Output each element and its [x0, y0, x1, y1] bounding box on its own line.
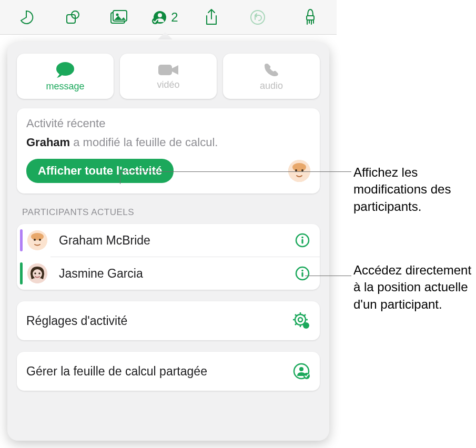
participant-info-button[interactable] [293, 231, 311, 249]
participant-avatar [27, 263, 47, 283]
participant-row[interactable]: Graham McBride [17, 224, 320, 257]
contact-audio-label: audio [260, 80, 283, 91]
svg-point-18 [34, 239, 36, 241]
svg-point-7 [152, 18, 158, 24]
activity-settings-row[interactable]: Réglages d'activité [17, 301, 320, 340]
top-toolbar: 2 [0, 0, 337, 35]
contact-video-label: vidéo [157, 79, 179, 90]
memoji-icon [288, 160, 310, 182]
gear-badge-icon [292, 312, 310, 330]
participant-name: Graham McBride [59, 233, 286, 248]
svg-rect-0 [67, 15, 75, 23]
manage-shared-label: Gérer la feuille de calcul partagée [26, 364, 207, 379]
svg-point-21 [301, 237, 303, 239]
svg-point-25 [34, 272, 36, 274]
video-icon [157, 63, 179, 77]
svg-point-19 [39, 239, 41, 241]
memoji-icon [27, 263, 47, 283]
svg-point-28 [301, 270, 303, 272]
toolbar-undo-button[interactable] [235, 3, 281, 32]
contact-message-button[interactable]: message [17, 54, 114, 99]
svg-rect-9 [307, 16, 314, 20]
toolbar-chart-button[interactable] [3, 3, 49, 32]
participant-color-bar [20, 262, 23, 284]
toolbar-shapes-button[interactable] [49, 3, 96, 32]
show-all-activity-button[interactable]: Afficher toute l'activité [26, 159, 174, 183]
participants-card: Graham McBride Jasmine Garcia [17, 224, 320, 290]
callout-connector [305, 276, 351, 276]
svg-line-38 [304, 314, 306, 316]
svg-point-13 [292, 163, 306, 171]
info-circle-icon [295, 232, 310, 248]
svg-point-17 [31, 233, 44, 240]
pie-slice-icon [18, 9, 35, 26]
activity-actor: Graham [26, 136, 70, 149]
participant-name: Jasmine Garcia [59, 267, 286, 281]
participant-info-button[interactable] [293, 264, 311, 282]
shape-icon [64, 9, 81, 26]
memoji-icon [27, 230, 47, 250]
svg-point-42 [299, 367, 303, 371]
message-bubble-icon [55, 61, 76, 79]
svg-point-39 [298, 318, 302, 322]
participant-row[interactable]: Jasmine Garcia [50, 257, 320, 290]
svg-rect-22 [301, 239, 303, 244]
recent-activity-line: Graham a modifié la feuille de calcul. [26, 136, 310, 149]
participants-section-label: PARTICIPANTS ACTUELS [22, 207, 320, 218]
undo-icon [249, 9, 266, 26]
share-icon [204, 8, 219, 26]
activity-actor-avatar [288, 160, 310, 182]
svg-point-10 [56, 62, 74, 76]
callout-activity: Affichez les modifications des participa… [353, 164, 472, 215]
participant-color-bar [20, 229, 23, 251]
contact-video-button[interactable]: vidéo [120, 54, 217, 99]
contact-message-label: message [46, 81, 84, 92]
toolbar-share-button[interactable] [188, 3, 235, 32]
svg-point-8 [251, 11, 265, 24]
svg-point-26 [38, 272, 40, 274]
callout-participant: Accédez directement à la position actuel… [353, 262, 472, 313]
media-icon [109, 9, 128, 25]
svg-line-37 [295, 323, 297, 325]
person-check-icon [292, 362, 310, 380]
info-circle-icon [295, 266, 310, 281]
svg-rect-11 [158, 65, 172, 75]
toolbar-media-button[interactable] [96, 3, 142, 32]
recent-activity-card: Activité récente Graham a modifié la feu… [17, 108, 320, 194]
svg-point-40 [303, 322, 309, 329]
activity-settings-label: Réglages d'activité [26, 314, 127, 328]
contact-row: message vidéo audio [17, 54, 320, 99]
svg-point-6 [158, 13, 162, 17]
phone-icon [263, 62, 280, 78]
collaborator-count: 2 [171, 10, 178, 25]
callout-connector [120, 171, 120, 184]
callout-connector [120, 171, 351, 172]
svg-line-35 [295, 314, 297, 316]
collaborate-icon [152, 9, 168, 25]
svg-rect-29 [301, 272, 303, 277]
toolbar-collaborate-button[interactable]: 2 [142, 3, 188, 32]
collaboration-popover: message vidéo audio Activité récente Gra… [7, 42, 329, 441]
activity-verb: a modifié la feuille de calcul. [70, 136, 218, 149]
contact-audio-button[interactable]: audio [223, 54, 320, 99]
toolbar-format-button[interactable] [287, 3, 333, 32]
svg-point-4 [116, 13, 119, 16]
paintbrush-icon [302, 8, 318, 26]
recent-activity-heading: Activité récente [26, 117, 310, 130]
participant-avatar [27, 230, 47, 250]
manage-shared-row[interactable]: Gérer la feuille de calcul partagée [17, 352, 320, 391]
